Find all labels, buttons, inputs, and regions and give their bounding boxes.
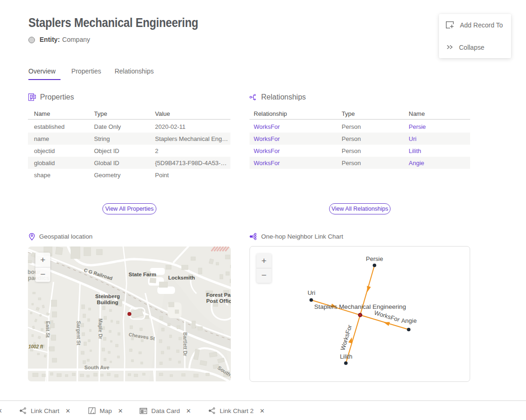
svg-text:WorksFor: WorksFor <box>339 324 354 351</box>
svg-text:WorksFor: WorksFor <box>373 309 401 324</box>
svg-text:Angie: Angie <box>401 317 417 324</box>
svg-text:Lilith: Lilith <box>340 353 352 360</box>
svg-text:1002 ft: 1002 ft <box>28 344 43 349</box>
svg-text:Steinberg: Steinberg <box>95 293 120 299</box>
svg-text:East St: East St <box>45 321 51 338</box>
svg-text:State Farm: State Farm <box>128 272 156 277</box>
svg-text:Persie: Persie <box>366 255 383 262</box>
svg-text:Forest Par: Forest Par <box>206 292 231 298</box>
svg-text:South Ave: South Ave <box>84 365 109 370</box>
svg-text:Uri: Uri <box>308 289 316 296</box>
svg-text:Building: Building <box>97 300 118 305</box>
svg-text:Maple Dr: Maple Dr <box>98 319 103 339</box>
svg-text:Staplers Mechanical Engineerin: Staplers Mechanical Engineering <box>314 303 406 310</box>
svg-text:Sargent St: Sargent St <box>76 321 81 346</box>
svg-text:Locksmith: Locksmith <box>168 275 195 280</box>
svg-text:Post Office: Post Office <box>206 298 231 304</box>
svg-text:Bartlett Dr: Bartlett Dr <box>182 332 188 356</box>
